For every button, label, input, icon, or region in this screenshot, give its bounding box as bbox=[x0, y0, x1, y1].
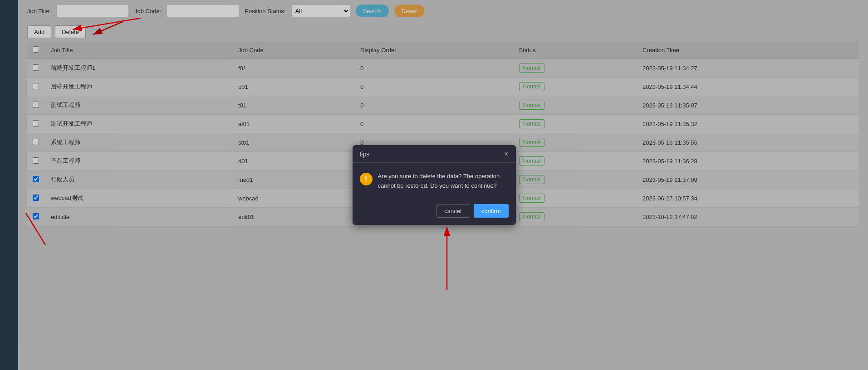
modal-title: tips bbox=[360, 151, 370, 158]
cancel-button[interactable]: cancel bbox=[436, 204, 469, 218]
warning-icon: ! bbox=[360, 173, 373, 185]
modal-header: tips × bbox=[353, 145, 516, 163]
modal-backdrop: tips × ! Are you sure to delete the data… bbox=[0, 0, 868, 370]
modal-body: ! Are you sure to delete the data? The o… bbox=[353, 163, 516, 200]
confirm-button[interactable]: confirm bbox=[474, 204, 509, 218]
modal-message: Are you sure to delete the data? The ope… bbox=[378, 172, 509, 191]
modal-footer: cancel confirm bbox=[353, 200, 516, 225]
tips-dialog: tips × ! Are you sure to delete the data… bbox=[353, 145, 516, 225]
modal-close-button[interactable]: × bbox=[504, 151, 508, 158]
